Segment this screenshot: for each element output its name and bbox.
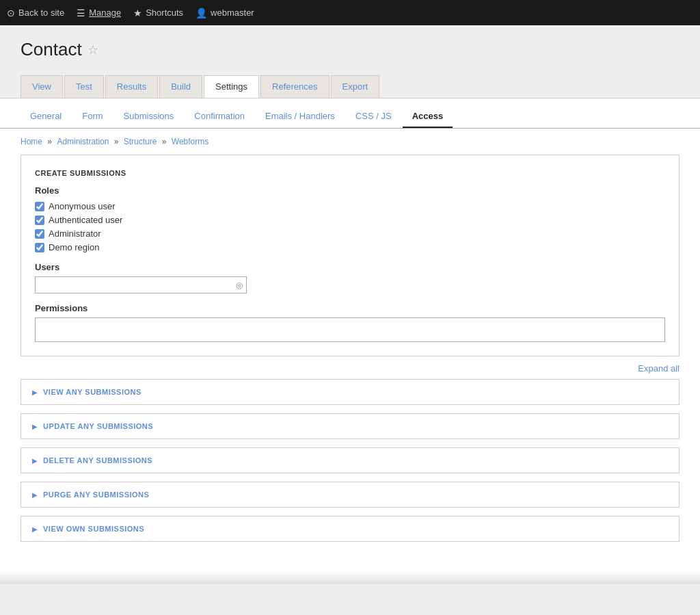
roles-label: Roles	[35, 185, 665, 196]
update-any-submissions-header[interactable]: ▶ UPDATE ANY SUBMISSIONS	[21, 414, 679, 439]
back-to-site-link[interactable]: ⊙ Back to site	[7, 8, 64, 18]
tab-form[interactable]: Form	[72, 105, 112, 128]
create-submissions-section: CREATE SUBMISSIONS Roles Anonymous user …	[21, 155, 679, 356]
users-label: Users	[35, 262, 665, 272]
page-title: Contact ☆	[21, 39, 679, 60]
authenticated-user-row: Authenticated user	[35, 215, 665, 225]
anonymous-user-row: Anonymous user	[35, 201, 665, 211]
view-own-submissions-header[interactable]: ▶ VIEW OWN SUBMISSIONS	[21, 516, 679, 541]
expand-all-link[interactable]: Expand all	[638, 363, 679, 374]
purge-any-submissions-section: ▶ PURGE ANY SUBMISSIONS	[21, 482, 679, 508]
purge-any-submissions-header[interactable]: ▶ PURGE ANY SUBMISSIONS	[21, 482, 679, 507]
administrator-label: Administrator	[49, 228, 101, 239]
chevron-right-icon: ▶	[32, 525, 38, 533]
demo-region-checkbox[interactable]	[35, 243, 44, 252]
anonymous-user-label: Anonymous user	[49, 201, 116, 211]
tab-submissions[interactable]: Submissions	[114, 105, 184, 128]
delete-any-submissions-header[interactable]: ▶ DELETE ANY SUBMISSIONS	[21, 448, 679, 473]
user-label: webmaster	[211, 8, 254, 18]
chevron-right-icon: ▶	[32, 491, 38, 499]
tab-results[interactable]: Results	[105, 75, 158, 98]
back-icon: ⊙	[7, 8, 15, 18]
view-own-submissions-title: VIEW OWN SUBMISSIONS	[43, 525, 144, 533]
tab-access[interactable]: Access	[403, 105, 453, 128]
tab-general[interactable]: General	[21, 105, 71, 128]
delete-any-submissions-title: DELETE ANY SUBMISSIONS	[43, 456, 152, 464]
bottom-fade	[0, 571, 700, 584]
chevron-right-icon: ▶	[32, 423, 38, 430]
secondary-tabs: General Form Submissions Confirmation Em…	[0, 99, 700, 129]
expand-all-row: Expand all	[21, 356, 679, 379]
tab-build[interactable]: Build	[159, 75, 202, 98]
tab-export[interactable]: Export	[331, 75, 380, 98]
administrator-checkbox[interactable]	[35, 229, 44, 239]
admin-bar: ⊙ Back to site ☰ Manage ★ Shortcuts 👤 we…	[0, 0, 700, 25]
tab-test[interactable]: Test	[64, 75, 104, 98]
chevron-right-icon: ▶	[32, 457, 38, 464]
create-submissions-title: CREATE SUBMISSIONS	[35, 169, 665, 177]
view-any-submissions-header[interactable]: ▶ VIEW ANY SUBMISSIONS	[21, 380, 679, 404]
authenticated-user-checkbox[interactable]	[35, 215, 44, 225]
demo-region-label: Demo region	[49, 242, 99, 252]
update-any-submissions-title: UPDATE ANY SUBMISSIONS	[43, 422, 153, 430]
users-input-wrapper: ◎	[35, 276, 247, 293]
update-any-submissions-section: ▶ UPDATE ANY SUBMISSIONS	[21, 413, 679, 439]
tab-settings[interactable]: Settings	[204, 75, 259, 98]
breadcrumb-home[interactable]: Home	[21, 137, 42, 146]
permissions-label: Permissions	[35, 303, 665, 313]
tab-view[interactable]: View	[21, 75, 63, 98]
page-body: CREATE SUBMISSIONS Roles Anonymous user …	[0, 155, 700, 571]
delete-any-submissions-section: ▶ DELETE ANY SUBMISSIONS	[21, 447, 679, 473]
page-header: Contact ☆	[0, 25, 700, 75]
breadcrumb-administration[interactable]: Administration	[57, 137, 109, 146]
tab-confirmation[interactable]: Confirmation	[185, 105, 254, 128]
favorite-icon[interactable]: ☆	[88, 42, 98, 57]
purge-any-submissions-title: PURGE ANY SUBMISSIONS	[43, 490, 149, 499]
spinner-icon: ◎	[236, 280, 243, 290]
shortcuts-label: Shortcuts	[146, 8, 183, 18]
main-content: Contact ☆ View Test Results Build Settin…	[0, 25, 700, 615]
manage-label: Manage	[89, 8, 121, 18]
tab-css-js[interactable]: CSS / JS	[346, 105, 401, 128]
users-input[interactable]	[35, 276, 247, 293]
breadcrumb-structure[interactable]: Structure	[124, 137, 157, 146]
tab-emails-handlers[interactable]: Emails / Handlers	[256, 105, 345, 128]
user-icon: 👤	[196, 8, 207, 18]
manage-link[interactable]: ☰ Manage	[77, 8, 121, 18]
breadcrumb-webforms[interactable]: Webforms	[172, 137, 208, 146]
permissions-input[interactable]	[35, 317, 665, 342]
breadcrumb: Home » Administration » Structure » Webf…	[0, 129, 700, 155]
anonymous-user-checkbox[interactable]	[35, 202, 44, 211]
chevron-right-icon: ▶	[32, 389, 38, 396]
menu-icon: ☰	[77, 8, 85, 18]
primary-tabs: View Test Results Build Settings Referen…	[0, 75, 700, 98]
demo-region-row: Demo region	[35, 242, 665, 252]
view-own-submissions-section: ▶ VIEW OWN SUBMISSIONS	[21, 516, 679, 542]
star-icon: ★	[133, 8, 142, 18]
shortcuts-link[interactable]: ★ Shortcuts	[133, 8, 183, 18]
content-area: General Form Submissions Confirmation Em…	[0, 98, 700, 584]
back-to-site-label: Back to site	[18, 8, 64, 18]
tab-references[interactable]: References	[260, 75, 329, 98]
authenticated-user-label: Authenticated user	[49, 215, 122, 225]
view-any-submissions-section: ▶ VIEW ANY SUBMISSIONS	[21, 379, 679, 405]
view-any-submissions-title: VIEW ANY SUBMISSIONS	[43, 388, 142, 396]
administrator-row: Administrator	[35, 228, 665, 239]
user-link[interactable]: 👤 webmaster	[196, 8, 254, 18]
